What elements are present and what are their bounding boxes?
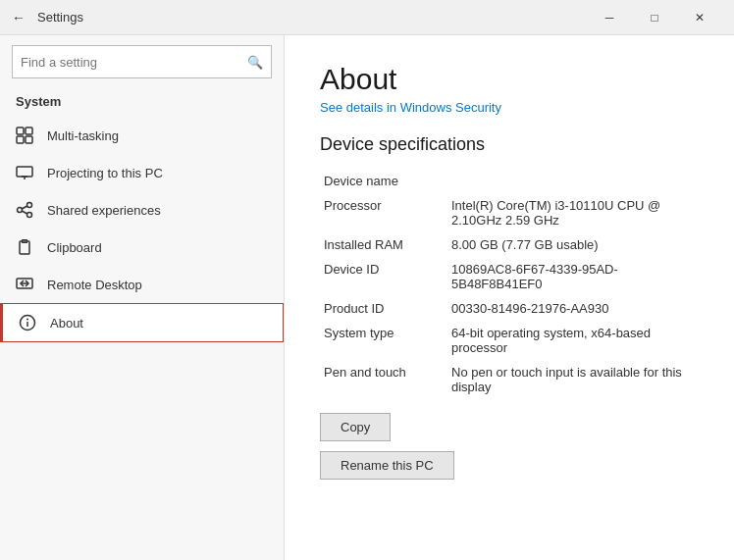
spec-label: Pen and touch	[320, 360, 447, 399]
spec-label: Device ID	[320, 257, 447, 296]
rename-pc-button[interactable]: Rename this PC	[320, 451, 454, 480]
windows-security-link[interactable]: See details in Windows Security	[320, 100, 699, 115]
sidebar-item-projecting[interactable]: Projecting to this PC	[0, 154, 284, 191]
spec-label: Processor	[320, 193, 447, 232]
sidebar-item-remote[interactable]: Remote Desktop	[0, 266, 284, 303]
spec-value: 10869AC8-6F67-4339-95AD-5B48F8B41EF0	[447, 257, 699, 296]
copy-button[interactable]: Copy	[320, 413, 391, 441]
specs-table: Device nameProcessorIntel(R) Core(TM) i3…	[320, 169, 699, 399]
table-row: Installed RAM8.00 GB (7.77 GB usable)	[320, 232, 699, 257]
table-row: System type64-bit operating system, x64-…	[320, 321, 699, 360]
sidebar-item-about[interactable]: About	[0, 303, 284, 342]
svg-rect-2	[17, 136, 24, 143]
spec-label: Product ID	[320, 296, 447, 321]
sidebar-item-label-remote: Remote Desktop	[47, 278, 142, 292]
titlebar-title: Settings	[37, 10, 587, 25]
svg-rect-1	[26, 127, 32, 134]
spec-value: No pen or touch input is available for t…	[447, 360, 699, 399]
back-button[interactable]: ←	[12, 10, 26, 25]
search-input[interactable]	[21, 55, 247, 70]
spec-value: 64-bit operating system, x64-based proce…	[447, 321, 699, 360]
device-specs-title: Device specifications	[320, 134, 699, 155]
spec-value: 8.00 GB (7.77 GB usable)	[447, 232, 699, 257]
minimize-button[interactable]: ─	[587, 0, 632, 35]
sidebar-item-multitasking[interactable]: Multi-tasking	[0, 117, 284, 154]
maximize-button[interactable]: □	[632, 0, 677, 35]
projecting-icon	[16, 164, 33, 181]
spec-value: 00330-81496-21976-AA930	[447, 296, 699, 321]
titlebar: ← Settings ─ □ ✕	[0, 0, 734, 35]
svg-line-11	[22, 211, 27, 214]
sidebar-item-label-shared: Shared experiences	[47, 203, 161, 218]
spec-label: Installed RAM	[320, 232, 447, 257]
sidebar-item-label-projecting: Projecting to this PC	[47, 166, 163, 180]
search-box[interactable]: 🔍	[12, 45, 272, 78]
sidebar-item-label-clipboard: Clipboard	[47, 240, 102, 255]
svg-rect-3	[26, 136, 32, 143]
svg-rect-4	[17, 167, 32, 177]
shared-icon	[16, 201, 33, 219]
svg-point-8	[27, 203, 32, 208]
svg-point-18	[26, 319, 28, 321]
sidebar: 🔍 System Multi-taskingProjecting to this…	[0, 35, 285, 560]
clipboard-icon	[16, 238, 33, 256]
spec-label: Device name	[320, 169, 447, 193]
close-button[interactable]: ✕	[677, 0, 722, 35]
spec-label: System type	[320, 321, 447, 360]
main-layout: 🔍 System Multi-taskingProjecting to this…	[0, 35, 734, 560]
sidebar-item-label-about: About	[50, 316, 83, 331]
search-icon: 🔍	[247, 55, 263, 70]
svg-line-10	[22, 206, 27, 209]
svg-point-9	[27, 213, 32, 218]
window-controls: ─ □ ✕	[587, 0, 722, 35]
remote-icon	[16, 276, 33, 293]
table-row: Device ID10869AC8-6F67-4339-95AD-5B48F8B…	[320, 257, 699, 296]
spec-value: Intel(R) Core(TM) i3-10110U CPU @ 2.10GH…	[447, 193, 699, 232]
table-row: ProcessorIntel(R) Core(TM) i3-10110U CPU…	[320, 193, 699, 232]
content-area: About See details in Windows Security De…	[285, 35, 734, 560]
multitasking-icon	[16, 127, 33, 144]
svg-rect-0	[17, 127, 24, 134]
about-icon	[19, 314, 36, 331]
svg-point-7	[18, 208, 23, 213]
sidebar-section-title: System	[0, 90, 284, 117]
table-row: Device name	[320, 169, 699, 193]
page-title: About	[320, 63, 699, 96]
spec-value	[447, 169, 699, 193]
sidebar-item-label-multitasking: Multi-tasking	[47, 128, 119, 143]
sidebar-item-clipboard[interactable]: Clipboard	[0, 229, 284, 266]
table-row: Pen and touchNo pen or touch input is av…	[320, 360, 699, 399]
table-row: Product ID00330-81496-21976-AA930	[320, 296, 699, 321]
sidebar-item-shared[interactable]: Shared experiences	[0, 191, 284, 229]
